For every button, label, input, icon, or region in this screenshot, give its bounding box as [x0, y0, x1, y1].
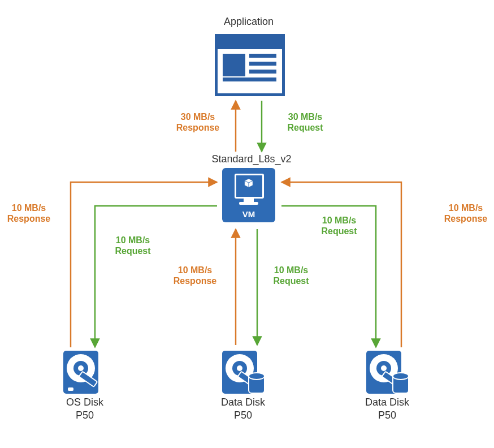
- os-disk-icon: [63, 351, 106, 394]
- data-disk-1-label: Data Disk P50: [209, 396, 277, 421]
- vm-label: VM: [222, 209, 275, 219]
- application-title: Application: [209, 16, 288, 28]
- kind: Request: [321, 226, 357, 236]
- vm-d2-response-label: 10 MB/s Response: [440, 203, 492, 224]
- cube-icon: [244, 178, 254, 188]
- kind: Response: [176, 123, 219, 132]
- os-disk-tier: P50: [76, 410, 94, 421]
- os-disk-label: OS Disk P50: [57, 396, 113, 421]
- rate: 10 MB/s: [274, 265, 308, 275]
- vm-d2-request-label: 10 MB/s Request: [314, 215, 365, 236]
- data-disk-2-label: Data Disk P50: [353, 396, 421, 421]
- data-disk-1-name: Data Disk: [221, 397, 265, 408]
- vm-icon: VM: [222, 168, 275, 222]
- kind: Request: [273, 276, 309, 286]
- kind: Response: [7, 214, 50, 223]
- rate: 10 MB/s: [322, 216, 356, 225]
- vm-title: Standard_L8s_v2: [206, 153, 297, 165]
- data-disk-2-tier: P50: [378, 410, 396, 421]
- rate: 30 MB/s: [288, 112, 322, 122]
- data-disk-1-tier: P50: [234, 410, 252, 421]
- rate: 10 MB/s: [12, 203, 46, 213]
- kind: Response: [174, 276, 216, 286]
- kind: Request: [287, 123, 323, 132]
- os-disk-name: OS Disk: [66, 397, 103, 408]
- app-vm-response-label: 30 MB/s Response: [170, 111, 226, 133]
- rate: 10 MB/s: [178, 265, 212, 275]
- data-disk-1-icon: [222, 351, 265, 394]
- application-icon: [215, 34, 285, 96]
- vm-os-request-label: 10 MB/s Request: [107, 235, 158, 256]
- rate: 30 MB/s: [181, 112, 215, 122]
- vm-d1-request-label: 10 MB/s Request: [266, 265, 317, 286]
- architecture-diagram: Application Standard_L8s_v2 VM OS Disk P: [0, 0, 494, 448]
- vm-d1-response-label: 10 MB/s Response: [170, 265, 220, 286]
- rate: 10 MB/s: [116, 235, 150, 245]
- data-disk-2-name: Data Disk: [365, 397, 409, 408]
- kind: Response: [444, 214, 487, 223]
- data-disk-2-icon: [366, 351, 409, 394]
- rate: 10 MB/s: [449, 203, 483, 213]
- vm-os-response-label: 10 MB/s Response: [3, 203, 54, 224]
- app-vm-request-label: 30 MB/s Request: [277, 111, 333, 133]
- kind: Request: [115, 246, 150, 256]
